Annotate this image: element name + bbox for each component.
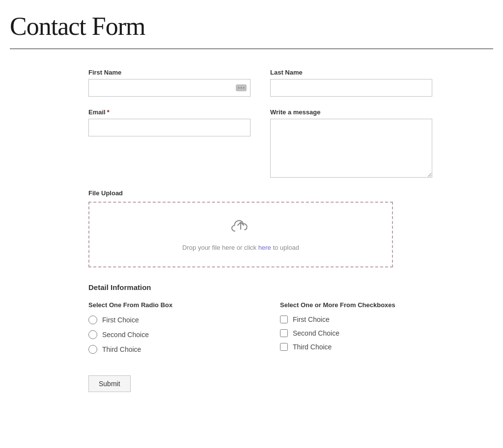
last-name-group: Last Name xyxy=(270,69,432,97)
required-star: * xyxy=(107,108,110,116)
contact-form: First Name Last Name xyxy=(88,69,432,392)
form-container: First Name Last Name xyxy=(0,49,442,412)
first-name-input-wrapper xyxy=(88,79,251,97)
checkbox-group: Select One or More From Checkboxes First… xyxy=(280,301,432,360)
message-label: Write a message xyxy=(270,108,432,116)
first-name-input-icon xyxy=(236,84,247,91)
first-name-input[interactable] xyxy=(88,79,251,97)
checkbox-option-3[interactable]: Third Choice xyxy=(280,343,432,351)
file-upload-label: File Upload xyxy=(88,189,432,197)
message-textarea[interactable] xyxy=(270,119,432,178)
email-message-row: Email* Write a message xyxy=(88,108,432,178)
last-name-input[interactable] xyxy=(270,79,432,97)
radio-label-2: Second Choice xyxy=(102,331,149,339)
message-group: Write a message xyxy=(270,108,432,178)
svg-point-1 xyxy=(241,87,242,89)
radio-input-1[interactable] xyxy=(88,316,97,324)
checkbox-group-label: Select One or More From Checkboxes xyxy=(280,301,432,309)
upload-text: Drop your file here or click here to upl… xyxy=(182,244,299,251)
svg-point-0 xyxy=(238,87,240,89)
detail-section: Detail Information Select One From Radio… xyxy=(88,283,432,392)
checkbox-input-2[interactable] xyxy=(280,329,288,337)
first-name-label: First Name xyxy=(88,69,251,76)
email-label: Email* xyxy=(88,108,251,116)
upload-icon xyxy=(99,217,382,237)
checkbox-input-1[interactable] xyxy=(280,316,288,323)
radio-label-1: First Choice xyxy=(102,316,139,324)
page-header: Contact Form xyxy=(0,0,503,49)
radio-option-2[interactable]: Second Choice xyxy=(88,330,241,339)
upload-link[interactable]: here xyxy=(258,244,271,251)
radio-group-label: Select One From Radio Box xyxy=(88,301,241,309)
radio-group: Select One From Radio Box First Choice S… xyxy=(88,301,241,360)
radio-option-3[interactable]: Third Choice xyxy=(88,345,241,354)
checkbox-option-2[interactable]: Second Choice xyxy=(280,329,432,337)
name-row: First Name Last Name xyxy=(88,69,432,97)
first-name-group: First Name xyxy=(88,69,251,97)
submit-button[interactable]: Submit xyxy=(88,375,131,392)
choices-row: Select One From Radio Box First Choice S… xyxy=(88,301,432,360)
radio-input-3[interactable] xyxy=(88,345,97,354)
email-input[interactable] xyxy=(88,119,251,136)
last-name-label: Last Name xyxy=(270,69,432,76)
file-upload-area[interactable]: Drop your file here or click here to upl… xyxy=(88,202,393,267)
checkbox-option-1[interactable]: First Choice xyxy=(280,316,432,323)
checkbox-label-2: Second Choice xyxy=(293,329,339,337)
radio-label-3: Third Choice xyxy=(102,345,141,353)
checkbox-label-3: Third Choice xyxy=(293,343,332,351)
detail-title: Detail Information xyxy=(88,283,432,291)
radio-input-2[interactable] xyxy=(88,330,97,339)
checkbox-input-3[interactable] xyxy=(280,343,288,351)
svg-point-2 xyxy=(243,87,245,89)
page-title: Contact Form xyxy=(10,12,493,41)
checkbox-label-1: First Choice xyxy=(293,316,330,323)
radio-option-1[interactable]: First Choice xyxy=(88,316,241,324)
file-upload-section: File Upload Drop your file here or click… xyxy=(88,189,432,267)
email-group: Email* xyxy=(88,108,251,178)
